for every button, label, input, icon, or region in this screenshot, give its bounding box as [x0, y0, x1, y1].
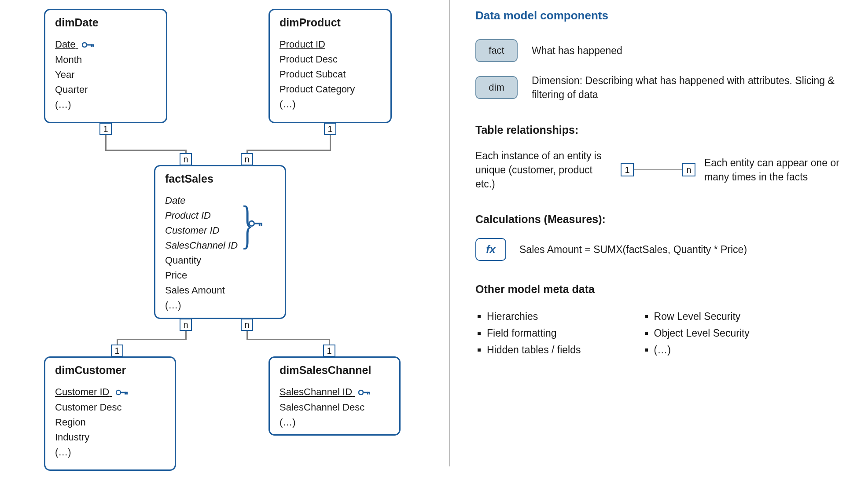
field-key-label: Customer ID: [55, 386, 109, 397]
calc-heading: Calculations (Measures):: [475, 213, 858, 226]
entity-title: dimDate: [55, 16, 156, 29]
entity-title: dimProduct: [280, 16, 381, 29]
rel-line: [634, 169, 682, 170]
svg-point-4: [249, 221, 254, 226]
legend-panel: Data model components fact What has happ…: [475, 9, 858, 358]
svg-rect-15: [369, 392, 370, 395]
cardinality-many: n: [241, 319, 253, 331]
svg-point-0: [82, 43, 87, 47]
field: Price: [165, 268, 275, 283]
connector-seg: [105, 150, 187, 151]
entity-title: dimCustomer: [55, 364, 165, 377]
key-icon: [358, 385, 371, 400]
fact-desc: What has happened: [532, 44, 622, 58]
dim-desc: Dimension: Describing what has happened …: [532, 73, 858, 102]
field: Quarter: [55, 82, 156, 97]
vertical-divider: [449, 0, 450, 466]
meta-heading: Other model meta data: [475, 283, 858, 296]
component-fact: fact What has happened: [475, 39, 858, 62]
field-key-label: SalesChannel ID: [280, 386, 352, 397]
entity-title: dimSalesChannel: [280, 364, 390, 377]
svg-rect-10: [125, 392, 126, 395]
field: Sales Amount: [165, 283, 275, 298]
key-icon: [82, 37, 94, 52]
field: (…): [165, 298, 275, 313]
meta-item: Field formatting: [487, 325, 581, 341]
svg-rect-3: [92, 44, 94, 47]
meta-list-left: Hierarchies Field formatting Hidden tabl…: [475, 308, 581, 358]
field: (…): [55, 445, 165, 460]
field-key: Product ID: [280, 37, 381, 52]
field-key: Customer ID: [55, 385, 165, 400]
connector-seg: [246, 150, 331, 151]
field: Customer Desc: [55, 400, 165, 415]
meta-item: Row Level Security: [654, 308, 750, 325]
svg-rect-2: [91, 44, 92, 47]
field: Month: [55, 52, 156, 67]
meta-item: (…): [654, 341, 750, 358]
er-diagram: 1 1 n n n n 1 1 dimDate Date Month Year …: [0, 0, 445, 484]
cardinality-many: n: [682, 163, 695, 176]
svg-rect-6: [259, 223, 260, 226]
svg-rect-14: [367, 392, 368, 395]
cardinality-one: 1: [323, 345, 335, 357]
meta-item: Hierarchies: [487, 308, 581, 325]
cardinality-many: n: [241, 153, 253, 165]
entity-dimproduct: dimProduct Product ID Product Desc Produ…: [268, 9, 392, 123]
dim-badge: dim: [475, 76, 518, 99]
key-icon: [249, 220, 263, 229]
entity-factsales: factSales Date Product ID Customer ID Sa…: [154, 165, 286, 319]
field: (…): [280, 97, 381, 112]
svg-point-12: [359, 390, 363, 395]
cardinality-many: n: [180, 153, 192, 165]
field: Quantity: [165, 253, 275, 268]
svg-rect-11: [126, 392, 128, 395]
entity-dimdate: dimDate Date Month Year Quarter (…): [44, 9, 167, 123]
field: Product Desc: [280, 52, 381, 67]
relationship-legend: Each instance of an entity is unique (cu…: [475, 149, 858, 191]
connector-seg: [246, 339, 330, 340]
field: Industry: [55, 430, 165, 445]
meta-lists: Hierarchies Field formatting Hidden tabl…: [475, 308, 858, 358]
meta-item: Object Level Security: [654, 325, 750, 341]
rel-right-text: Each entity can appear one or many times…: [704, 156, 858, 184]
cardinality-many: n: [180, 319, 192, 331]
cardinality-one: 1: [621, 163, 634, 176]
field-fk: Date: [165, 193, 275, 208]
entity-title: factSales: [165, 172, 275, 185]
rel-heading: Table relationships:: [475, 124, 858, 136]
meta-list-right: Row Level Security Object Level Security…: [643, 308, 750, 358]
cardinality-one: 1: [99, 123, 112, 135]
meta-item: Hidden tables / fields: [487, 341, 581, 358]
field-key: SalesChannel ID: [280, 385, 390, 400]
svg-point-8: [116, 390, 121, 395]
panel-title: Data model components: [475, 9, 858, 22]
rel-left-text: Each instance of an entity is unique (cu…: [475, 149, 612, 191]
entity-dimcustomer: dimCustomer Customer ID Customer Desc Re…: [44, 356, 176, 471]
field: Product Category: [280, 82, 381, 97]
field: Year: [55, 67, 156, 82]
field: SalesChannel Desc: [280, 400, 390, 415]
fx-badge: fx: [475, 238, 506, 261]
fx-formula: Sales Amount = SUMX(factSales, Quantity …: [519, 244, 747, 256]
field: Region: [55, 415, 165, 430]
rel-graphic: 1 n: [621, 163, 695, 177]
cardinality-one: 1: [111, 345, 123, 357]
fact-badge: fact: [475, 39, 518, 62]
component-dim: dim Dimension: Describing what has happe…: [475, 73, 858, 102]
field-key: Date: [55, 37, 156, 52]
field-key-label: Date: [55, 39, 75, 50]
field: (…): [55, 97, 156, 112]
field-fk: SalesChannel ID: [165, 238, 275, 253]
svg-rect-7: [261, 223, 262, 226]
connector-seg: [117, 339, 187, 340]
entity-dimsaleschannel: dimSalesChannel SalesChannel ID SalesCha…: [268, 356, 401, 436]
field: Product Subcat: [280, 67, 381, 82]
cardinality-one: 1: [324, 123, 336, 135]
key-icon: [116, 385, 128, 400]
fx-row: fx Sales Amount = SUMX(factSales, Quanti…: [475, 238, 858, 261]
field: (…): [280, 415, 390, 430]
